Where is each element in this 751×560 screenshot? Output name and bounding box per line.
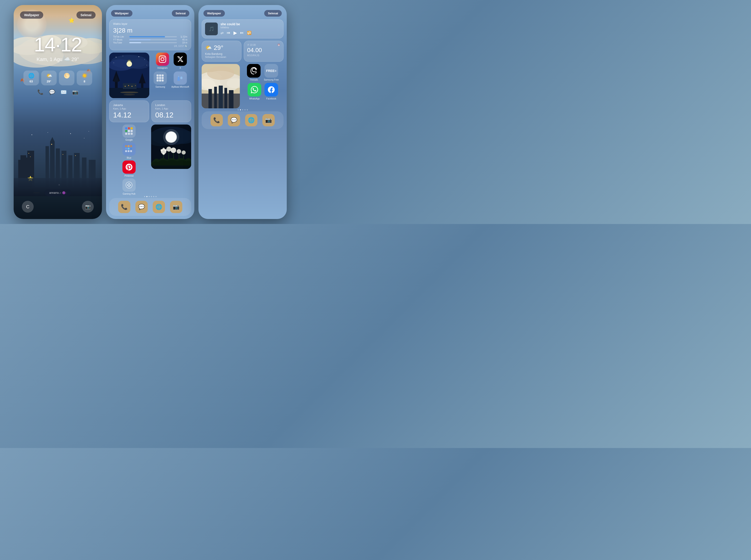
selesai-btn-2[interactable]: Selesai	[172, 10, 189, 17]
svg-rect-81	[125, 130, 127, 132]
svg-rect-78	[125, 127, 127, 129]
x-label: X	[180, 67, 181, 69]
svg-point-119	[182, 151, 186, 155]
whatsapp-icon	[248, 83, 261, 97]
dock-browser-3[interactable]: 🌐	[245, 114, 257, 126]
wallpaper-btn-3[interactable]: Wallpaper	[203, 10, 225, 17]
screen-time-total: 3|28 m	[113, 27, 187, 34]
music-info: she could be lullaboy ⇄ ⏮ ▶ ⏭ 🔁	[221, 22, 280, 36]
app-whatsapp[interactable]: WhatsApp	[248, 83, 261, 100]
sms-icon[interactable]: 💬	[49, 89, 55, 95]
next-btn[interactable]: ⏭	[240, 31, 244, 35]
clock-widgets: Jakarta Kam, 1 Agu 14.12 London Kam, 1 A…	[109, 100, 191, 122]
screen-time-footer: 1/8, 13.57 🔄	[113, 45, 187, 47]
weather-temp-row: 🌤️ 29°	[205, 44, 238, 52]
svg-rect-85	[128, 133, 130, 135]
svg-point-48	[144, 59, 145, 60]
app-instagram[interactable]: Instagram	[156, 53, 169, 69]
camera-icon[interactable]: 📷	[72, 89, 78, 95]
x-icon	[174, 53, 187, 66]
whatsapp-label: WhatsApp	[249, 97, 260, 100]
svg-rect-139	[224, 88, 227, 108]
svg-point-34	[70, 134, 71, 134]
lockscreen-header: Wallpaper Selesai	[14, 12, 102, 19]
dot-4	[151, 196, 152, 197]
weather-widgets: 🌐 63 🌤️ 29° 🌕 ☀️ 8	[23, 71, 92, 85]
dot-5	[153, 196, 154, 197]
svg-rect-66	[162, 75, 164, 77]
svg-rect-83	[130, 130, 133, 132]
svg-point-59	[128, 85, 129, 86]
app-ms[interactable]: Aplikasi Microsoft	[171, 72, 189, 88]
svg-point-60	[131, 86, 133, 87]
alarm-icon: ⏰	[278, 44, 280, 46]
svg-point-73	[178, 77, 180, 79]
play-btn[interactable]: ▶	[234, 30, 237, 36]
app-x[interactable]: X	[174, 53, 187, 69]
app-samsung-free[interactable]: FREE≡ Samsung Free	[264, 64, 279, 81]
ms-icon	[174, 72, 187, 85]
app-facebook[interactable]: Facebook	[264, 83, 278, 100]
dot3-3	[242, 109, 243, 111]
widget-moon: 🌕	[59, 71, 75, 85]
app-dock-3: 📞 💬 🌐 📷	[202, 111, 284, 129]
app-threads[interactable]: Threads	[247, 64, 261, 81]
dock-messages-3[interactable]: 💬	[228, 114, 240, 126]
svg-rect-77	[177, 79, 180, 81]
dock-phone-3[interactable]: 📞	[210, 114, 223, 126]
svg-rect-76	[181, 77, 182, 78]
phone-icon[interactable]: 📞	[37, 89, 43, 95]
ms-label: Aplikasi Microsoft	[171, 86, 189, 88]
wallpaper-btn-2[interactable]: Wallpaper	[111, 10, 133, 17]
svg-point-61	[135, 85, 136, 86]
dock-camera[interactable]: 📷	[170, 201, 182, 213]
youtube-bar-fill	[129, 42, 141, 43]
pinterest-label: Pinterest	[124, 175, 134, 177]
svg-point-121	[165, 149, 167, 152]
threads-label: Threads	[250, 79, 258, 81]
internet-icon: 🌐	[27, 73, 36, 79]
svg-rect-140	[229, 90, 234, 108]
svg-rect-70	[157, 79, 159, 81]
repeat-btn[interactable]: 🔁	[247, 31, 251, 35]
wallpaper-icons-row: Threads FREE≡ Samsung Free	[202, 64, 284, 108]
selesai-button[interactable]: Selesai	[77, 12, 96, 19]
svg-rect-27	[28, 153, 29, 154]
music-title: she could be	[221, 22, 280, 26]
tiktok-bar-fill	[129, 36, 165, 37]
selesai-btn-3[interactable]: Selesai	[264, 10, 282, 17]
clock-jakarta: Jakarta Kam, 1 Agu 14.12	[109, 100, 149, 122]
wallpaper-button[interactable]: Wallpaper	[20, 12, 43, 19]
prev-btn[interactable]: ⏮	[227, 31, 230, 35]
app-samsung[interactable]: Samsung	[154, 72, 167, 88]
svg-point-141	[208, 69, 209, 70]
phone3-app-grid: Threads FREE≡ Samsung Free	[242, 64, 284, 108]
app-pinterest[interactable]: Pinterest	[109, 160, 149, 177]
starry-night-widget	[109, 53, 149, 98]
lockscreen-bottom: C 📷	[14, 201, 102, 213]
email-icon[interactable]: ✉️	[61, 89, 67, 95]
app-google-folder[interactable]: Google	[109, 124, 149, 141]
svg-rect-65	[159, 75, 161, 77]
svg-point-116	[166, 146, 171, 152]
svg-rect-92	[130, 148, 132, 149]
shuffle-btn[interactable]: ⇄	[221, 31, 223, 35]
app-blue-folder[interactable]: Blue	[109, 142, 149, 159]
ytmusic-bar-fill	[129, 39, 151, 40]
app-gaming[interactable]: Gaming Hub	[109, 178, 149, 195]
svg-point-109	[163, 129, 179, 145]
svg-point-35	[88, 131, 89, 132]
facebook-icon	[264, 83, 278, 97]
app-shortcut-c[interactable]: C	[22, 201, 34, 213]
svg-point-33	[47, 132, 48, 133]
svg-point-44	[126, 61, 132, 67]
camera-shortcut[interactable]: 📷	[82, 201, 94, 213]
dock-browser[interactable]: 🌐	[153, 201, 165, 213]
svg-rect-79	[128, 127, 130, 129]
album-art-svg: 🎵	[205, 22, 218, 35]
svg-point-62	[120, 92, 138, 93]
app-grid-row1: Instagram X	[109, 53, 191, 98]
dock-messages[interactable]: 💬	[136, 201, 148, 213]
dock-phone[interactable]: 📞	[118, 201, 130, 213]
dock-camera-3[interactable]: 📷	[262, 114, 275, 126]
